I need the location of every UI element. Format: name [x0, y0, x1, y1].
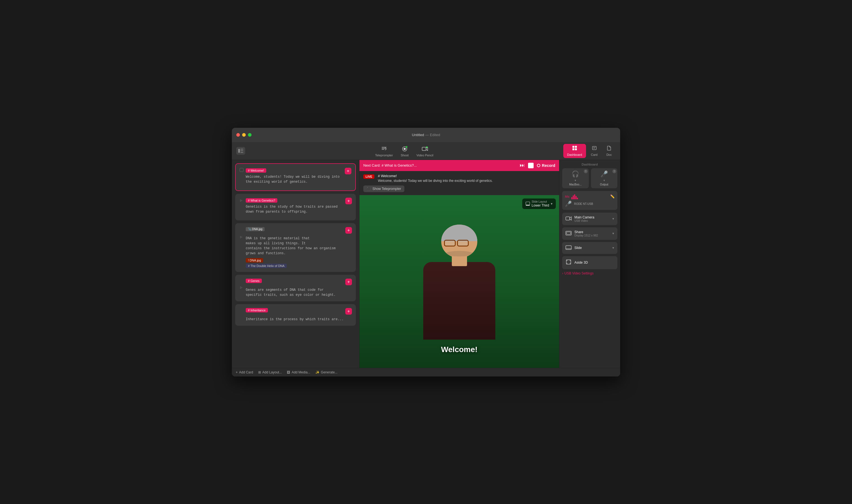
card-genetics-header: ▷ # What is Genetics? Genetics is the st… — [239, 198, 352, 214]
shoot-button[interactable]: Shoot — [401, 145, 409, 157]
card-dna-add-button[interactable]: + — [345, 227, 352, 234]
glasses-left — [444, 240, 456, 247]
record-label: Record — [542, 163, 555, 168]
headphone-icon: 🎧 — [572, 170, 579, 178]
mic-bar-5 — [577, 198, 578, 199]
add-layout-label: Add Layout... — [262, 371, 282, 374]
card-inheritance[interactable]: # Inheritance + Inheritance is the proce… — [235, 304, 356, 326]
add-layout-button[interactable]: ⊞ Add Layout... — [258, 371, 282, 374]
window-title-area: Untitled — Edited — [412, 133, 440, 137]
app-window: Untitled — Edited — [232, 128, 620, 377]
live-title: # Welcome! — [378, 174, 555, 178]
svg-point-5 — [404, 148, 406, 150]
video-pencil-button[interactable]: Video Pencil — [416, 145, 433, 157]
aside3d-info: Aside 3D — [574, 260, 614, 265]
card-add-button[interactable]: + — [345, 168, 351, 174]
dashboard-nav-button[interactable]: Dashboard — [563, 144, 586, 158]
toolbar-left — [236, 147, 245, 155]
svg-rect-16 — [526, 202, 530, 205]
mic-edit-icon[interactable]: ✏️ — [610, 194, 615, 198]
card-genetics-add-button[interactable]: + — [345, 198, 352, 204]
card-genetics-left: ▷ # What is Genetics? Genetics is the st… — [239, 198, 345, 214]
speaker-icon: 🎤 — [601, 170, 608, 178]
share-sub: Display 1512 x 982 — [574, 234, 609, 237]
main-camera-row[interactable]: Main Camera USB Video ▾ — [562, 213, 617, 225]
minimize-button[interactable] — [242, 133, 246, 137]
macbook-audio-device[interactable]: ? 🎧 ▾ MacBoo... — [562, 168, 589, 188]
card-genetics-content: # What is Genetics? Genetics is the stud… — [246, 198, 345, 214]
svg-rect-2 — [241, 150, 243, 151]
record-button[interactable]: Record — [537, 163, 555, 168]
show-teleprompter-button[interactable]: ⬛ Show Teleprompter — [363, 185, 404, 192]
sidebar: # Welcome! Welcome, students! Today we w… — [232, 160, 359, 368]
output-help-icon[interactable]: ? — [613, 169, 616, 173]
card-genes[interactable]: ▷ # Genes + Genes are segments of DNA th… — [235, 275, 356, 301]
card-dna-inner: 📎 DNA.jpg + DNA is the genetic material … — [246, 227, 352, 268]
card-welcome-header: # Welcome! Welcome, students! Today we w… — [239, 168, 351, 184]
output-label: Output — [600, 183, 608, 186]
card-dna[interactable]: ▷ 📎 DNA.jpg + DNA is the genetic materia… — [235, 223, 356, 272]
teleprompter-icon — [380, 145, 388, 153]
svg-rect-3 — [241, 152, 243, 153]
output-arrow: ▾ — [603, 179, 605, 182]
genes-play-icon[interactable]: ▷ — [239, 285, 244, 290]
doc-nav-button[interactable]: Doc — [602, 144, 616, 158]
camera-icon — [566, 216, 572, 222]
generate-icon: ✨ — [315, 371, 319, 374]
genes-tag: # Genes — [246, 278, 262, 283]
toolbar-center: Teleprompter Shoot — [375, 145, 433, 157]
person-hair — [441, 224, 477, 241]
card-nav-button[interactable]: Card — [587, 144, 602, 158]
aside3d-device-row[interactable]: Aside 3D — [562, 256, 617, 269]
slide-device-row[interactable]: Slide ▾ — [562, 242, 617, 254]
mic-icon: 🎤 — [565, 200, 572, 207]
inheritance-tag: # Inheritance — [246, 308, 268, 312]
card-welcome-text: Welcome, students! Today we will be divi… — [246, 174, 345, 184]
video-area: Welcome! Slide Layout Lower Third ▾ — [359, 195, 559, 368]
macbook-help-icon[interactable]: ? — [584, 169, 588, 173]
dna-excl-tag: ! DNA.jpg — [246, 258, 263, 263]
person-beard — [445, 251, 473, 256]
svg-rect-10 — [575, 146, 577, 148]
card-welcome[interactable]: # Welcome! Welcome, students! Today we w… — [235, 163, 356, 191]
card-inheritance-add-button[interactable]: + — [345, 308, 352, 314]
mic-bar-4 — [575, 196, 576, 199]
add-media-button[interactable]: 🖼 Add Media... — [287, 371, 310, 374]
main-layout: # Welcome! Welcome, students! Today we w… — [232, 160, 620, 368]
card-genes-add-button[interactable]: + — [345, 278, 352, 285]
live-body: Welcome, students! Today we will be divi… — [378, 179, 555, 183]
mic-device-name: RODE NT-USB — [574, 202, 593, 205]
next-card-button[interactable]: ⏭ — [520, 162, 525, 168]
live-row: LIVE # Welcome! Welcome, students! Today… — [363, 174, 555, 183]
dna-play-icon[interactable]: ▷ — [239, 235, 244, 239]
output-audio-device[interactable]: ? 🎤 ▾ Output — [591, 168, 618, 188]
dna-attachment-tag: 📎 DNA.jpg — [246, 227, 265, 231]
add-card-button[interactable]: + Add Card — [236, 371, 253, 374]
fullscreen-button[interactable] — [248, 133, 251, 137]
close-button[interactable] — [236, 133, 240, 137]
usb-settings-chevron: › — [562, 271, 563, 275]
add-media-icon: 🖼 — [287, 371, 290, 374]
add-media-label: Add Media... — [291, 371, 310, 374]
card-dna-text: DNA is the genetic material thatmakes up… — [246, 236, 352, 256]
play-icon[interactable]: ▷ — [239, 198, 244, 203]
svg-point-6 — [406, 146, 407, 148]
welcome-overlay: Welcome! — [441, 345, 478, 354]
slide-layout-button[interactable]: Slide Layout Lower Third ▾ — [522, 198, 556, 209]
usb-settings-row[interactable]: › USB Video Settings — [562, 271, 617, 275]
share-device-row[interactable]: Share Display 1512 x 982 ▾ — [562, 227, 617, 240]
card-genetics[interactable]: ▷ # What is Genetics? Genetics is the st… — [235, 194, 356, 220]
generate-button[interactable]: ✨ Generate... — [315, 371, 338, 374]
teleprompter-btn-icon: ⬛ — [367, 187, 371, 191]
mic-label: Mic — [565, 195, 570, 198]
stop-button[interactable] — [528, 163, 534, 168]
slide-icon — [566, 245, 572, 251]
person-figure — [412, 223, 507, 340]
sidebar-toggle-button[interactable] — [236, 147, 245, 155]
card-checkbox[interactable] — [239, 168, 244, 172]
slide-layout-bottom: Lower Third — [532, 203, 549, 208]
main-camera-info: Main Camera USB Video — [574, 215, 609, 222]
teleprompter-button[interactable]: Teleprompter — [375, 145, 393, 157]
next-card-controls: ⏭ Record — [520, 162, 555, 168]
slide-layout-label: Slide Layout Lower Third — [532, 200, 549, 208]
